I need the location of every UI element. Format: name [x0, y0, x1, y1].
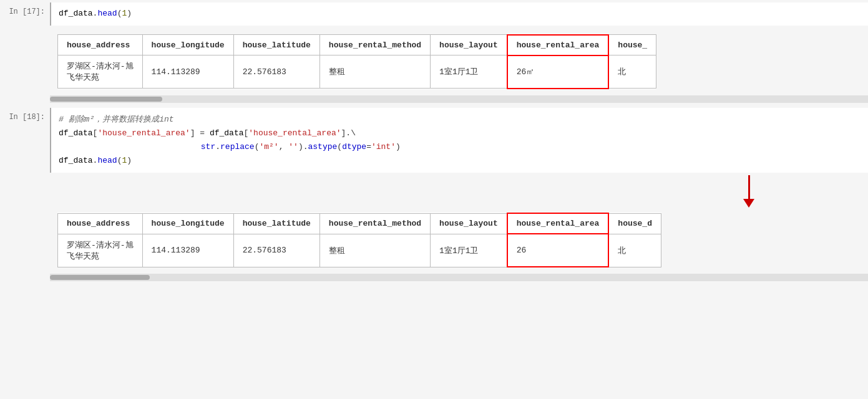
- cell-18-label: In [18]:: [0, 108, 50, 173]
- table-2: house_address house_longitude house_lati…: [57, 213, 661, 267]
- code-line-4: df_data.head(1): [59, 154, 861, 168]
- cell-latitude: 22.576183: [233, 55, 319, 89]
- scrollbar-1[interactable]: [50, 95, 868, 103]
- col-header-rental-method: house_rental_method: [319, 35, 430, 55]
- cell-17: In [17]: df_data.head(1): [0, 0, 868, 28]
- col-header-longitude: house_longitude: [142, 35, 233, 55]
- scrollbar-thumb-2: [50, 275, 150, 280]
- code-line-3: str.replace('m²', '').astype(dtype='int'…: [59, 140, 861, 154]
- code-line-2: df_data['house_rental_area'] = df_data['…: [59, 127, 861, 140]
- col-header-extra: house_: [608, 35, 656, 55]
- cell-layout: 1室1厅1卫: [431, 55, 507, 89]
- cell-longitude: 114.113289: [142, 55, 233, 89]
- cell2-rental-area: 26: [507, 234, 609, 267]
- code-comment: # 剔除m²，并将数据转换成int: [59, 113, 861, 127]
- cell-18-code[interactable]: # 剔除m²，并将数据转换成int df_data['house_rental_…: [50, 108, 868, 173]
- arrow-area: [50, 175, 868, 206]
- cell-17-code[interactable]: df_data.head(1): [50, 2, 868, 26]
- cell-17-label: In [17]:: [0, 2, 50, 26]
- col2-header-rental-area: house_rental_area: [507, 213, 609, 234]
- code-text: df_data.head(1): [59, 9, 132, 18]
- red-arrow: [743, 175, 754, 208]
- cell2-layout: 1室1厅1卫: [431, 234, 507, 267]
- output-17: house_address house_longitude house_lati…: [50, 28, 868, 95]
- col2-header-rental-method: house_rental_method: [319, 213, 430, 234]
- output-18: house_address house_longitude house_lati…: [50, 206, 868, 274]
- table-row: 罗湖区-清水河-旭飞华天苑 114.113289 22.576183 整租 1室…: [58, 234, 661, 267]
- col2-header-address: house_address: [58, 213, 143, 234]
- scrollbar-2[interactable]: [50, 274, 868, 281]
- cell2-rental-method: 整租: [319, 234, 430, 267]
- cell-direction: 北: [608, 55, 656, 89]
- col-header-layout: house_layout: [431, 35, 507, 55]
- scrollbar-thumb-1: [50, 97, 162, 102]
- cell-rental-method: 整租: [319, 55, 430, 89]
- cell2-longitude: 114.113289: [142, 234, 233, 267]
- table-row: 罗湖区-清水河-旭飞华天苑 114.113289 22.576183 整租 1室…: [58, 55, 656, 89]
- col2-header-longitude: house_longitude: [142, 213, 233, 234]
- table-1: house_address house_longitude house_lati…: [57, 34, 656, 89]
- notebook: In [17]: df_data.head(1) house_address h…: [0, 0, 868, 281]
- cell2-address: 罗湖区-清水河-旭飞华天苑: [58, 234, 143, 267]
- cell-rental-area: 26㎡: [507, 55, 609, 89]
- col-header-address: house_address: [58, 35, 143, 55]
- col-header-rental-area: house_rental_area: [507, 35, 609, 55]
- col-header-latitude: house_latitude: [233, 35, 319, 55]
- col2-header-extra: house_d: [608, 213, 661, 234]
- cell2-direction: 北: [608, 234, 661, 267]
- cell-18: In [18]: # 剔除m²，并将数据转换成int df_data['hous…: [0, 105, 868, 175]
- cell-address: 罗湖区-清水河-旭飞华天苑: [58, 55, 143, 89]
- col2-header-latitude: house_latitude: [233, 213, 319, 234]
- cell2-latitude: 22.576183: [233, 234, 319, 267]
- col2-header-layout: house_layout: [431, 213, 507, 234]
